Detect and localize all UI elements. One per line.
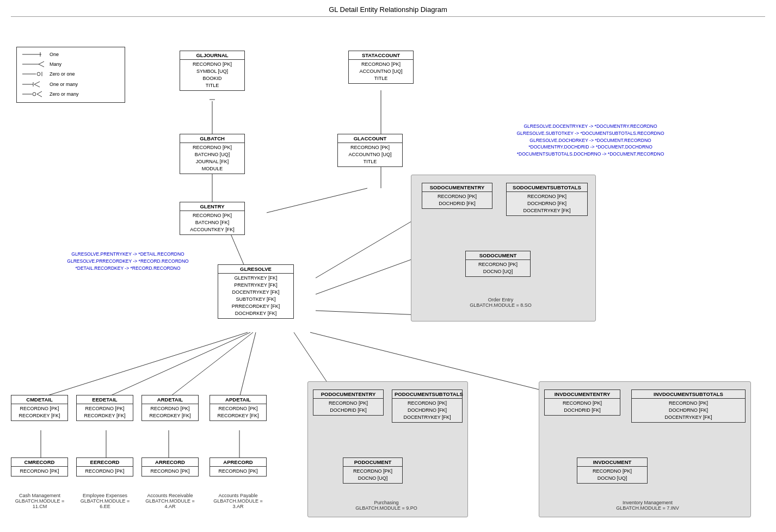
podocument-fields: RECORDNO [PK]DOCNO [UQ]	[343, 467, 402, 483]
legend-zero-one: Zero or one	[22, 70, 119, 78]
gljournal-title: GLJOURNAL	[180, 51, 244, 60]
entity-podocumentsubtotals: PODOCUMENTSUBTOTALS RECORDNO [PK]DOCHDRN…	[392, 389, 463, 423]
page-title: GL Detail Entity Relationship Diagram	[0, 0, 776, 16]
svg-line-9	[41, 332, 248, 398]
entity-invdocumententry: INVDOCUMENTENTRY RECORDNO [PK]DOCHDRID […	[544, 389, 620, 416]
entity-sodocumentsubtotals: SODOCUMENTSUBTOTALS RECORDNO [PK]DOCHDRN…	[506, 183, 588, 216]
entity-invdocumentsubtotals: INVDOCUMENTSUBTOTALS RECORDNO [PK]DOCHDR…	[631, 389, 746, 423]
legend-one: One	[22, 50, 119, 59]
entity-stataccount: STATACCOUNT RECORDNO [PK]ACCOUNTNO [UQ]T…	[348, 51, 414, 84]
note-gl-resolve: GLRESOLVE.PRENTRYKEY -> *DETAIL.RECORDNO…	[54, 251, 201, 271]
svg-point-44	[33, 92, 36, 96]
entity-eerecord: EERECORD RECORDNO [PK]	[76, 457, 133, 477]
eerecord-fields: RECORDNO [PK]	[77, 467, 133, 476]
ardetail-fields: RECORDNO [PK]RECORDKEY [FK]	[142, 404, 198, 420]
svg-line-41	[34, 82, 40, 84]
glresolve-fields: GLENTRYKEY [FK]PRENTRYKEY [FK]DOCENTRYKE…	[218, 274, 293, 318]
svg-line-3	[267, 188, 367, 213]
glaccount-fields: RECORDNO [PK]ACCOUNTNO [UQ]TITLE	[338, 143, 402, 166]
entity-eedetail: EEDETAIL RECORDNO [PK]RECORDKEY [FK]	[76, 395, 133, 421]
invdocumentsubtotals-fields: RECORDNO [PK]DOCHDRNO [FK]DOCENTRYKEY [F…	[632, 399, 745, 422]
apdetail-fields: RECORDNO [PK]RECORDKEY [FK]	[210, 404, 266, 420]
legend-box: One Many Zero or one One or many Zero or…	[16, 47, 125, 103]
entity-gljournal: GLJOURNAL RECORDNO [PK]SYMBOL [UQ]BOOKID…	[180, 51, 245, 91]
sodocumentsubtotals-fields: RECORDNO [PK]DOCHDRNO [FK]DOCENTRYKEY [F…	[507, 192, 587, 215]
order-entry-label: Order EntryGLBATCH.MODULE = 8.SO	[446, 297, 555, 308]
note-so-resolve: GLRESOLVE.DOCENTRYKEY -> *DOCUMENTRY.REC…	[473, 123, 707, 158]
sodocumententry-title: SODOCUMENTENTRY	[422, 183, 492, 192]
svg-line-35	[39, 64, 44, 67]
invdocumententry-title: INVDOCUMENTENTRY	[545, 390, 620, 399]
entity-apdetail: APDETAIL RECORDNO [PK]RECORDKEY [FK]	[210, 395, 267, 421]
legend-one-many: One or many	[22, 80, 119, 89]
invdocument-title: INVDOCUMENT	[577, 458, 647, 467]
svg-line-42	[34, 84, 40, 87]
accounts-receivable-label: Accounts ReceivableGLBATCH.MODULE =4.AR	[139, 493, 201, 509]
entity-glentry: GLENTRY RECORDNO [PK]BATCHNO [FK]ACCOUNT…	[180, 202, 245, 235]
entity-arrecord: ARRECORD RECORDNO [PK]	[141, 457, 199, 477]
arrecord-fields: RECORDNO [PK]	[142, 467, 198, 476]
entity-cmdetail: CMDETAIL RECORDNO [PK]RECORDKEY [FK]	[11, 395, 68, 421]
entity-podocumententry: PODOCUMENTENTRY RECORDNO [PK]DOCHDRID [F…	[313, 389, 384, 416]
glresolve-title: GLRESOLVE	[218, 265, 293, 274]
entity-glaccount: GLACCOUNT RECORDNO [PK]ACCOUNTNO [UQ]TIT…	[337, 134, 403, 167]
glaccount-title: GLACCOUNT	[338, 134, 402, 143]
entity-sodocumententry: SODOCUMENTENTRY RECORDNO [PK]DOCHDRID [F…	[422, 183, 492, 209]
svg-line-45	[37, 91, 42, 94]
legend-zero-many: Zero or many	[22, 90, 119, 98]
glbatch-fields: RECORDNO [PK]BATCHNO [UQ]JOURNAL [FK]MOD…	[180, 143, 244, 174]
svg-line-10	[106, 332, 250, 398]
sodocument-title: SODOCUMENT	[466, 251, 530, 260]
ardetail-title: ARDETAIL	[142, 395, 198, 404]
gljournal-fields: RECORDNO [PK]SYMBOL [UQ]BOOKIDTITLE	[180, 60, 244, 90]
cmrecord-fields: RECORDNO [PK]	[11, 467, 67, 476]
invdocumentsubtotals-title: INVDOCUMENTSUBTOTALS	[632, 390, 745, 399]
aprecord-fields: RECORDNO [PK]	[210, 467, 266, 476]
stataccount-fields: RECORDNO [PK]ACCOUNTNO [UQ]TITLE	[349, 60, 413, 83]
svg-line-11	[169, 332, 253, 398]
legend-many-label: Many	[50, 60, 61, 69]
purchasing-label: PurchasingGLBATCH.MODULE = 9.PO	[324, 500, 449, 511]
legend-zero-many-label: Zero or many	[50, 90, 79, 98]
cash-management-label: Cash ManagementGLBATCH.MODULE =11.CM	[10, 493, 70, 509]
glbatch-title: GLBATCH	[180, 134, 244, 143]
employee-expenses-label: Employee ExpensesGLBATCH.MODULE =6.EE	[75, 493, 135, 509]
entity-cmrecord: CMRECORD RECORDNO [PK]	[11, 457, 68, 477]
svg-point-37	[37, 72, 40, 76]
cmdetail-title: CMDETAIL	[11, 395, 67, 404]
arrecord-title: ARRECORD	[142, 458, 198, 467]
legend-one-label: One	[50, 50, 59, 59]
sodocumententry-fields: RECORDNO [PK]DOCHDRID [FK]	[422, 192, 492, 208]
eedetail-fields: RECORDNO [PK]RECORDKEY [FK]	[77, 404, 133, 420]
podocumententry-title: PODOCUMENTENTRY	[313, 390, 383, 399]
cmdetail-fields: RECORDNO [PK]RECORDKEY [FK]	[11, 404, 67, 420]
eedetail-title: EEDETAIL	[77, 395, 133, 404]
inventory-management-label: Inventory ManagementGLBATCH.MODULE = 7.I…	[544, 500, 751, 511]
legend-zero-one-label: Zero or one	[50, 70, 75, 78]
entity-glbatch: GLBATCH RECORDNO [PK]BATCHNO [UQ]JOURNAL…	[180, 134, 245, 174]
svg-line-12	[239, 332, 256, 398]
glentry-title: GLENTRY	[180, 202, 244, 211]
apdetail-title: APDETAIL	[210, 395, 266, 404]
invdocument-fields: RECORDNO [PK]DOCNO [UQ]	[577, 467, 647, 483]
svg-line-46	[37, 94, 42, 97]
eerecord-title: EERECORD	[77, 458, 133, 467]
podocumententry-fields: RECORDNO [PK]DOCHDRID [FK]	[313, 399, 383, 415]
invdocumententry-fields: RECORDNO [PK]DOCHDRID [FK]	[545, 399, 620, 415]
aprecord-title: APRECORD	[210, 458, 266, 467]
podocument-title: PODOCUMENT	[343, 458, 402, 467]
entity-aprecord: APRECORD RECORDNO [PK]	[210, 457, 267, 477]
cmrecord-title: CMRECORD	[11, 458, 67, 467]
stataccount-title: STATACCOUNT	[349, 51, 413, 60]
entity-ardetail: ARDETAIL RECORDNO [PK]RECORDKEY [FK]	[141, 395, 199, 421]
podocumentsubtotals-fields: RECORDNO [PK]DOCHDRNO [FK]DOCENTRYKEY [F…	[392, 399, 462, 422]
entity-invdocument: INVDOCUMENT RECORDNO [PK]DOCNO [UQ]	[577, 457, 648, 484]
entity-sodocument: SODOCUMENT RECORDNO [PK]DOCNO [UQ]	[465, 251, 531, 277]
legend-one-many-label: One or many	[50, 80, 78, 89]
entity-podocument: PODOCUMENT RECORDNO [PK]DOCNO [UQ]	[343, 457, 403, 484]
sodocumentsubtotals-title: SODOCUMENTSUBTOTALS	[507, 183, 587, 192]
podocumentsubtotals-title: PODOCUMENTSUBTOTALS	[392, 390, 462, 399]
accounts-payable-label: Accounts PayableGLBATCH.MODULE =3.AR	[207, 493, 269, 509]
diagram-area: One Many Zero or one One or many Zero or…	[0, 17, 776, 528]
sodocument-fields: RECORDNO [PK]DOCNO [UQ]	[466, 260, 530, 276]
